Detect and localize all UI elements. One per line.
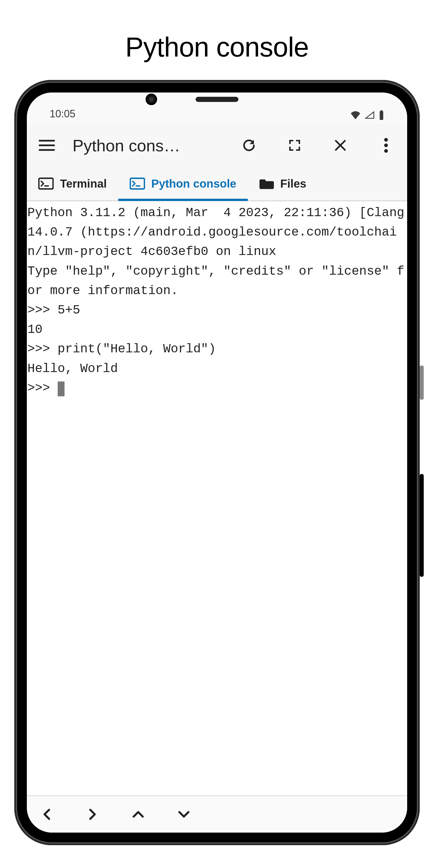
tab-label: Files bbox=[280, 177, 306, 190]
tab-label: Terminal bbox=[60, 177, 107, 190]
status-time: 10:05 bbox=[50, 108, 75, 120]
refresh-button[interactable] bbox=[238, 134, 260, 157]
svg-rect-6 bbox=[130, 178, 145, 189]
tab-label: Python console bbox=[151, 177, 237, 190]
tab-terminal[interactable]: Terminal bbox=[27, 167, 118, 200]
phone-notch bbox=[180, 94, 254, 105]
close-button[interactable] bbox=[329, 134, 352, 157]
console-output[interactable]: Python 3.11.2 (main, Mar 4 2023, 22:11:3… bbox=[27, 201, 407, 796]
svg-point-3 bbox=[384, 144, 388, 147]
chevron-up-icon bbox=[132, 809, 144, 819]
chevron-down-icon bbox=[178, 809, 190, 819]
tab-python-console[interactable]: Python console bbox=[118, 167, 248, 200]
more-vert-icon bbox=[384, 138, 388, 153]
fullscreen-icon bbox=[288, 139, 301, 152]
hamburger-icon bbox=[39, 139, 55, 152]
volume-button bbox=[420, 474, 424, 577]
close-icon bbox=[334, 138, 347, 152]
svg-point-4 bbox=[384, 149, 388, 153]
tab-bar: Terminal Python console Files bbox=[27, 167, 407, 201]
front-camera bbox=[146, 94, 157, 105]
menu-button[interactable] bbox=[35, 134, 58, 157]
text-cursor bbox=[58, 381, 65, 396]
wifi-icon bbox=[350, 111, 361, 119]
chevron-left-icon bbox=[42, 809, 52, 820]
speaker-grill bbox=[195, 97, 239, 102]
svg-rect-5 bbox=[39, 178, 53, 189]
fullscreen-button[interactable] bbox=[283, 134, 306, 157]
keyboard-accessory-bar bbox=[27, 796, 407, 833]
python-console-icon bbox=[130, 177, 145, 190]
phone-screen: 10:05 bbox=[27, 93, 407, 833]
tab-files[interactable]: Files bbox=[248, 167, 318, 200]
chevron-right-icon bbox=[88, 809, 97, 820]
power-button bbox=[420, 366, 424, 400]
svg-rect-1 bbox=[381, 110, 382, 112]
folder-icon bbox=[259, 178, 274, 190]
battery-icon bbox=[379, 110, 384, 120]
history-prev-button[interactable] bbox=[38, 806, 55, 823]
history-next-button[interactable] bbox=[84, 806, 101, 823]
console-text: Python 3.11.2 (main, Mar 4 2023, 22:11:3… bbox=[27, 206, 407, 395]
terminal-icon bbox=[38, 177, 54, 190]
overflow-button[interactable] bbox=[375, 134, 398, 157]
svg-point-2 bbox=[384, 138, 388, 142]
arrow-up-button[interactable] bbox=[130, 806, 147, 823]
appbar-title: Python cons… bbox=[72, 136, 180, 155]
cell-signal-icon bbox=[365, 111, 375, 119]
refresh-icon bbox=[242, 138, 256, 153]
app-bar: Python cons… bbox=[27, 124, 407, 167]
arrow-down-button[interactable] bbox=[175, 806, 192, 823]
phone-frame: 10:05 bbox=[14, 80, 420, 845]
page-title: Python console bbox=[125, 31, 309, 63]
svg-rect-0 bbox=[380, 111, 383, 120]
